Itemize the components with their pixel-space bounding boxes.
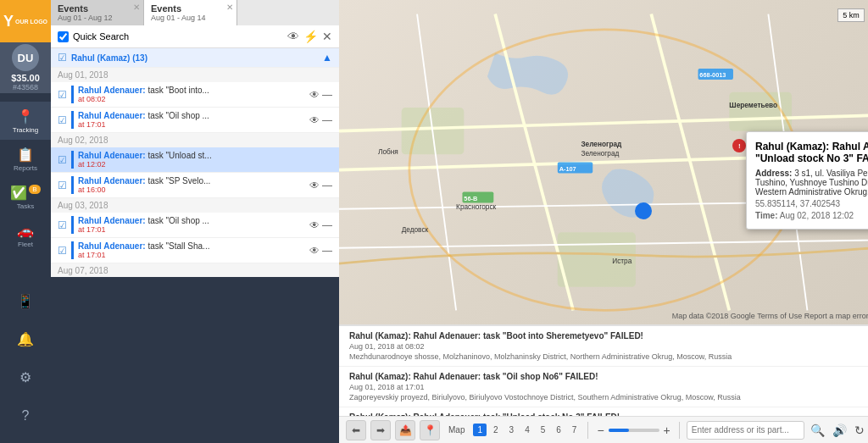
tab-2-close[interactable]: ✕ bbox=[226, 3, 233, 12]
svg-text:Зеленоград: Зеленоград bbox=[581, 141, 622, 148]
event-task: task "Unload st... bbox=[147, 151, 211, 160]
share-button[interactable]: 📤 bbox=[395, 420, 415, 440]
tasks-icon: ✅B bbox=[10, 185, 40, 201]
zoom-in-button[interactable]: + bbox=[662, 422, 672, 439]
bottom-item-address: Zagoreyevskiy proyezd, Biriulyovo, Biriu… bbox=[349, 393, 863, 401]
list-item[interactable]: ☑ Rahul Adenauer: task "Oil shop ... at … bbox=[51, 108, 339, 133]
page-3[interactable]: 3 bbox=[505, 424, 519, 436]
address-input[interactable] bbox=[687, 421, 804, 440]
event-text: Rahul Adenauer: task "Boot into... at 08… bbox=[78, 86, 305, 103]
search-input[interactable] bbox=[73, 31, 283, 42]
event-checkbox[interactable]: ☑ bbox=[58, 180, 67, 191]
left-panel: Events Aug 01 - Aug 12 ✕ Events Aug 01 -… bbox=[51, 0, 339, 443]
event-action-icons: 👁 — bbox=[309, 180, 332, 191]
minus-icon[interactable]: — bbox=[322, 114, 332, 126]
eye-icon[interactable]: 👁 bbox=[309, 180, 320, 191]
bottom-item-title: Rahul (Kamaz): Rahul Adenauer: task "Oil… bbox=[349, 372, 863, 381]
list-item: Rahul (Kamaz): Rahul Adenauer: task "Boo… bbox=[339, 326, 868, 367]
tab-2-title: Events bbox=[151, 3, 230, 14]
event-checkbox[interactable]: ☑ bbox=[58, 114, 67, 126]
device-activation-icon: 📱 bbox=[17, 293, 34, 309]
popup-time: Time: Aug 02, 2018 12:02 bbox=[755, 211, 868, 220]
list-item[interactable]: ☑ Rahul Adenauer: task "Oil shop ... at … bbox=[51, 213, 339, 238]
sidebar-item-device-activation[interactable]: 📱 bbox=[0, 282, 51, 320]
events-tabs: Events Aug 01 - Aug 12 ✕ Events Aug 01 -… bbox=[51, 0, 339, 25]
search-eye-icon[interactable]: 👁 bbox=[287, 30, 299, 43]
event-action-icons: 👁 — bbox=[309, 245, 332, 257]
sidebar-item-alerts[interactable]: 🔔 bbox=[0, 320, 51, 358]
minus-icon[interactable]: — bbox=[322, 180, 332, 191]
events-tab-1[interactable]: Events Aug 01 - Aug 12 ✕ bbox=[51, 0, 144, 25]
tab-1-close[interactable]: ✕ bbox=[133, 3, 140, 12]
map-marker-main[interactable] bbox=[635, 202, 652, 219]
search-checkbox[interactable] bbox=[58, 31, 69, 42]
svg-text:Шереметьево: Шереметьево bbox=[729, 102, 777, 109]
sidebar-item-settings[interactable]: ⚙ bbox=[0, 358, 51, 396]
eye-icon[interactable]: 👁 bbox=[309, 219, 320, 231]
event-driver: Rahul Adenauer: bbox=[78, 86, 146, 95]
map-area[interactable]: Зеленоград Зеленоград Шереметьево Москва… bbox=[339, 0, 868, 324]
page-2[interactable]: 2 bbox=[489, 424, 503, 436]
svg-text:Истра: Истра bbox=[612, 257, 632, 265]
eye-icon[interactable]: 👁 bbox=[309, 245, 320, 257]
location-button[interactable]: 📍 bbox=[420, 420, 440, 440]
list-item[interactable]: ☑ Rahul (Kamaz) (13) ▲ bbox=[51, 48, 339, 68]
event-checkbox[interactable]: ☑ bbox=[58, 219, 67, 231]
event-time: at 17:01 bbox=[78, 251, 305, 259]
zoom-out-button[interactable]: − bbox=[595, 422, 605, 439]
minus-icon[interactable]: — bbox=[322, 219, 332, 231]
list-item[interactable]: ☑ Rahul Adenauer: task "Unload st... at … bbox=[51, 147, 339, 173]
sidebar: Y OUR LOGO DU $35.00 #43568 📍 Tracking 📋… bbox=[0, 0, 51, 443]
search-filter-icon[interactable]: ⚡ bbox=[303, 30, 318, 43]
event-task: task "Boot into... bbox=[147, 86, 209, 95]
refresh-button[interactable]: ↻ bbox=[853, 422, 866, 439]
event-checkbox[interactable]: ☑ bbox=[58, 52, 67, 64]
tab-1-date: Aug 01 - Aug 12 bbox=[58, 14, 136, 22]
sidebar-item-help[interactable]: ? bbox=[0, 396, 51, 435]
search-button[interactable]: 🔍 bbox=[809, 422, 826, 439]
page-6[interactable]: 6 bbox=[552, 424, 565, 436]
page-1[interactable]: 1 bbox=[473, 424, 487, 436]
minus-icon[interactable]: — bbox=[322, 89, 332, 101]
search-close-icon[interactable]: ✕ bbox=[322, 30, 332, 43]
event-collapse-icon: ▲ bbox=[322, 52, 332, 64]
sidebar-item-reports[interactable]: 📋 Reports bbox=[0, 140, 51, 178]
event-checkbox[interactable]: ☑ bbox=[58, 245, 67, 257]
sound-button[interactable]: 🔊 bbox=[831, 422, 849, 439]
prev-map-button[interactable]: ⬅ bbox=[346, 420, 366, 440]
sidebar-item-label: Fleet bbox=[18, 241, 33, 248]
list-item[interactable]: ☑ Rahul Adenauer: task "SP Svelo... at 1… bbox=[51, 173, 339, 198]
event-checkbox[interactable]: ☑ bbox=[58, 154, 67, 166]
user-avatar[interactable]: DU $35.00 #43568 bbox=[0, 42, 51, 93]
eye-icon[interactable]: 👁 bbox=[309, 89, 320, 101]
bottom-item-title: Rahul (Kamaz): Rahul Adenauer: task "Boo… bbox=[349, 331, 863, 341]
tab-1-title: Events bbox=[58, 3, 136, 14]
sidebar-item-tasks[interactable]: ✅B Tasks bbox=[0, 178, 51, 216]
list-item[interactable]: ☑ Rahul Adenauer: task "Stall Sha... at … bbox=[51, 238, 339, 263]
map-scale: 5 km bbox=[837, 8, 865, 22]
list-item[interactable]: ☑ Rahul Adenauer: task "Boot into... at … bbox=[51, 82, 339, 108]
map-marker-failed[interactable]: ! bbox=[732, 139, 746, 152]
event-text: Rahul Adenauer: task "Oil shop ... at 17… bbox=[78, 111, 305, 129]
event-checkbox[interactable]: ☑ bbox=[58, 89, 67, 101]
next-map-button[interactable]: ➡ bbox=[370, 420, 391, 440]
minus-icon[interactable]: — bbox=[322, 245, 332, 257]
sidebar-item-fleet[interactable]: 🚗 Fleet bbox=[0, 216, 51, 254]
page-7[interactable]: 7 bbox=[568, 424, 581, 436]
logo-letter: Y bbox=[3, 13, 14, 30]
events-panel: Events Aug 01 - Aug 12 ✕ Events Aug 01 -… bbox=[51, 0, 339, 277]
events-tab-2[interactable]: Events Aug 01 - Aug 14 ✕ bbox=[144, 0, 237, 25]
page-5[interactable]: 5 bbox=[537, 424, 550, 436]
event-task: task "Stall Sha... bbox=[147, 241, 209, 251]
tracking-icon: 📍 bbox=[17, 108, 34, 125]
svg-text:56-B: 56-B bbox=[464, 195, 477, 202]
map-popup: ✕ Rahul (Kamaz): Rahul Adenauer: task "U… bbox=[746, 131, 868, 230]
zoom-slider[interactable] bbox=[609, 429, 659, 432]
logo-text: OUR LOGO bbox=[15, 19, 47, 25]
event-action-icons: 👁 — bbox=[309, 219, 332, 231]
sidebar-item-tracking[interactable]: 📍 Tracking bbox=[0, 102, 51, 140]
eye-icon[interactable]: 👁 bbox=[309, 114, 320, 126]
event-blue-line bbox=[71, 86, 74, 103]
page-4[interactable]: 4 bbox=[520, 424, 534, 436]
event-driver: Rahul Adenauer: bbox=[78, 241, 146, 251]
